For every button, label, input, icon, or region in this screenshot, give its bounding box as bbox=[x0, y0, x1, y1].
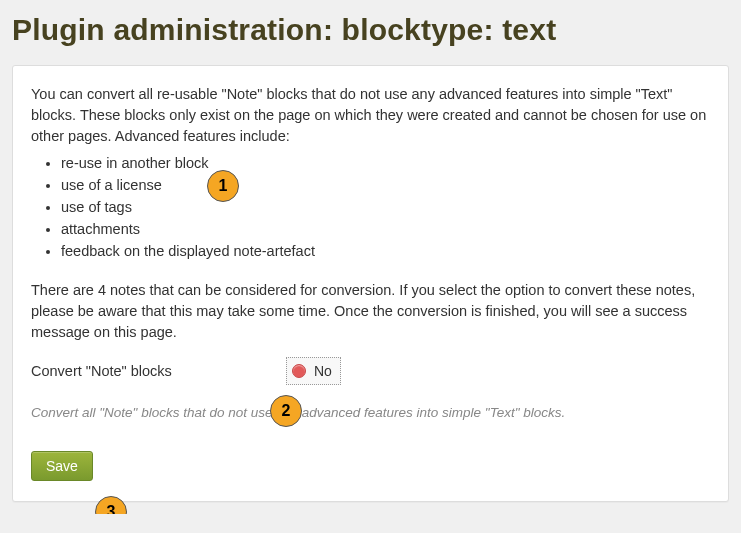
toggle-off-icon bbox=[292, 364, 306, 378]
convert-label: Convert "Note" blocks bbox=[31, 361, 286, 382]
list-item: attachments bbox=[61, 219, 710, 240]
save-button[interactable]: Save bbox=[31, 451, 93, 481]
help-text: Convert all "Note" blocks that do not us… bbox=[31, 403, 710, 423]
convert-toggle[interactable]: No bbox=[286, 357, 341, 385]
features-list: re-use in another block use of a license… bbox=[31, 153, 710, 262]
list-item: re-use in another block bbox=[61, 153, 710, 174]
list-item: use of tags bbox=[61, 197, 710, 218]
page-title: Plugin administration: blocktype: text bbox=[12, 13, 729, 47]
list-item: use of a license bbox=[61, 175, 710, 196]
annotation-callout-3: 3 bbox=[95, 496, 127, 514]
config-panel: You can convert all re-usable "Note" blo… bbox=[12, 65, 729, 502]
notes-info: There are 4 notes that can be considered… bbox=[31, 280, 710, 343]
list-item: feedback on the displayed note-artefact bbox=[61, 241, 710, 262]
toggle-value: No bbox=[314, 361, 332, 381]
intro-text: You can convert all re-usable "Note" blo… bbox=[31, 84, 710, 147]
convert-field-row: Convert "Note" blocks No bbox=[31, 357, 710, 385]
